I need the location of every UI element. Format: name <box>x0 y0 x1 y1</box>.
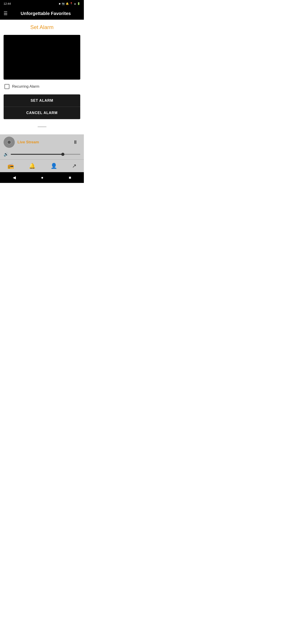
status-bar: 12:44 ▶ 📷 🔔 📍 ▲ 🔋 <box>0 0 84 7</box>
share-icon: ↗ <box>72 163 76 169</box>
contacts-icon: 👤 <box>50 163 57 169</box>
recent-button[interactable]: ■ <box>64 174 76 181</box>
alarm-nav-icon: 🔔 <box>29 163 36 169</box>
radio-icon: 📻 <box>8 163 14 169</box>
page-title: Set Alarm <box>30 24 54 30</box>
battery-icon: 🔋 <box>77 2 80 5</box>
pause-button[interactable]: ⏸ <box>70 137 80 147</box>
signal-icon: ▲ <box>74 2 76 5</box>
alarm-buttons: SET ALARM CANCEL ALARM <box>4 94 80 119</box>
nav-item-radio[interactable]: 📻 <box>5 162 17 170</box>
volume-thumb <box>61 153 64 156</box>
main-content: Set Alarm Recurring Alarm SET ALARM CANC… <box>0 20 84 134</box>
app-bar: ☰ Unforgettable Favorites <box>0 7 84 20</box>
pause-icon: ⏸ <box>73 139 78 145</box>
cancel-alarm-button[interactable]: CANCEL ALARM <box>4 107 80 119</box>
volume-fill <box>11 154 63 155</box>
album-art <box>4 137 15 148</box>
set-alarm-button[interactable]: SET ALARM <box>4 94 80 107</box>
camera-icon: 📷 <box>62 2 65 5</box>
play-status-icon: ▶ <box>59 2 61 5</box>
volume-icon: 🔊 <box>4 152 8 157</box>
volume-slider[interactable] <box>11 154 80 155</box>
nav-item-alarm[interactable]: 🔔 <box>26 162 38 170</box>
recurring-alarm-checkbox[interactable] <box>4 84 10 89</box>
status-time: 12:44 <box>4 2 11 5</box>
menu-icon[interactable]: ☰ <box>4 11 8 16</box>
volume-row: 🔊 <box>0 150 84 160</box>
track-name: Live Stream <box>18 140 39 144</box>
album-art-disc <box>7 140 12 144</box>
app-bar-title: Unforgettable Favorites <box>11 11 80 16</box>
back-button[interactable]: ◀ <box>8 174 20 181</box>
now-playing-bar: Live Stream ⏸ <box>0 134 84 150</box>
drag-handle <box>38 126 46 127</box>
nav-item-share[interactable]: ↗ <box>69 162 79 170</box>
location-icon: 📍 <box>70 2 73 5</box>
track-info: Live Stream <box>18 140 68 144</box>
notification-icon: 🔔 <box>66 2 69 5</box>
recurring-alarm-row: Recurring Alarm <box>4 84 80 89</box>
video-player[interactable] <box>4 35 80 80</box>
status-icons: ▶ 📷 🔔 📍 ▲ 🔋 <box>59 2 80 5</box>
android-nav: ◀ ● ■ <box>0 172 84 183</box>
bottom-nav: 📻 🔔 👤 ↗ <box>0 160 84 172</box>
drag-handle-area <box>38 124 46 130</box>
home-button[interactable]: ● <box>37 174 48 181</box>
nav-item-contacts[interactable]: 👤 <box>48 162 60 170</box>
recurring-alarm-label: Recurring Alarm <box>12 84 39 89</box>
